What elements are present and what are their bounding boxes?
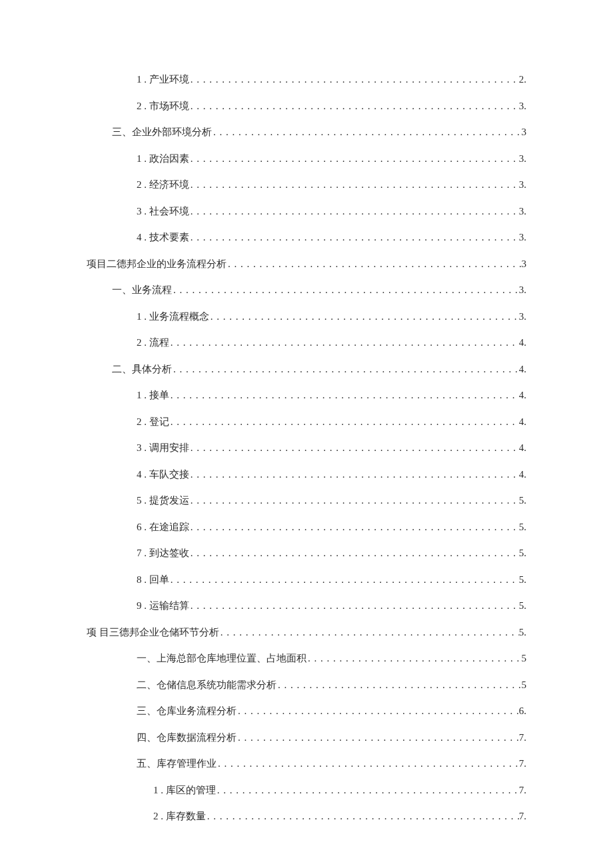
toc-entry: 四、仓库数据流程分析7. [87, 731, 526, 743]
toc-entry-page: 4. [519, 468, 526, 480]
toc-entry: 9 . 运输结算5. [87, 600, 526, 612]
toc-entry-page: 3. [519, 100, 526, 112]
toc-entry-label: 3 . 调用安排 [137, 442, 189, 454]
toc-entry: 1 . 库区的管理7. [87, 784, 526, 796]
toc-entry: 4 . 技术要素3. [87, 231, 526, 243]
toc-entry: 2 . 库存数量7. [87, 810, 526, 822]
toc-entry-label: 2 . 经济环境 [137, 179, 189, 191]
toc-leader-dots [189, 547, 519, 559]
toc-leader-dots [217, 757, 519, 769]
toc-entry-label: 7 . 到达签收 [137, 547, 189, 559]
toc-entry: 1 . 政治因素3. [87, 153, 526, 165]
toc-leader-dots [169, 336, 519, 348]
toc-entry: 4 . 车队交接4. [87, 468, 526, 480]
toc-entry: 二、仓储信息系统功能需求分析5 [87, 679, 526, 691]
toc-entry-page: 7. [519, 810, 526, 822]
toc-entry-label: 项 目三德邦企业仓储环节分析 [87, 626, 219, 638]
toc-leader-dots [237, 731, 519, 743]
toc-entry: 项目二德邦企业的业务流程分析3 [87, 258, 526, 270]
toc-entry-page: 5. [519, 626, 526, 638]
toc-leader-dots [277, 679, 522, 691]
toc-entry-label: 项目二德邦企业的业务流程分析 [87, 258, 227, 270]
toc-entry-page: 4. [519, 336, 526, 348]
toc-leader-dots [172, 284, 519, 296]
toc-entry-label: 三、仓库业务流程分析 [137, 705, 237, 717]
toc-entry-page: 3. [519, 153, 526, 165]
toc-leader-dots [216, 784, 519, 796]
toc-entry-label: 二、仓储信息系统功能需求分析 [137, 679, 277, 691]
toc-leader-dots [169, 416, 519, 428]
toc-leader-dots [189, 468, 519, 480]
toc-entry-page: 3. [519, 284, 526, 296]
toc-entry-page: 3. [519, 310, 526, 322]
toc-entry-label: 1 . 业务流程概念 [137, 310, 209, 322]
toc-leader-dots [189, 521, 519, 533]
toc-entry-label: 2 . 市场环境 [137, 100, 189, 112]
toc-entry-label: 9 . 运输结算 [137, 600, 189, 612]
toc-entry-page: 3 [522, 258, 527, 270]
toc-entry-page: 3. [519, 205, 526, 217]
toc-entry: 二、具体分析4. [87, 363, 526, 375]
toc-leader-dots [306, 652, 522, 664]
toc-leader-dots [206, 810, 519, 822]
toc-entry-label: 4 . 技术要素 [137, 231, 189, 243]
toc-entry: 一、上海总部仓库地理位置、占地面积5 [87, 652, 526, 664]
toc-entry-label: 2 . 流程 [137, 336, 169, 348]
toc-entry-label: 一、上海总部仓库地理位置、占地面积 [137, 652, 306, 664]
toc-entry-page: 4. [519, 442, 526, 454]
toc-leader-dots [189, 494, 519, 506]
toc-entry: 1 . 产业环境2. [87, 73, 526, 85]
toc-entry-page: 4. [519, 389, 526, 401]
toc-entry-page: 3 [522, 126, 527, 138]
toc-entry: 1 . 接单4. [87, 389, 526, 401]
toc-leader-dots [189, 153, 519, 165]
toc-entry-label: 四、仓库数据流程分析 [137, 731, 237, 743]
toc-leader-dots [209, 310, 519, 322]
toc-entry-page: 5. [519, 574, 526, 586]
toc-entry-label: 2 . 库存数量 [153, 810, 206, 822]
toc-entry: 一、业务流程3. [87, 284, 526, 296]
toc-entry: 项 目三德邦企业仓储环节分析5. [87, 626, 526, 638]
toc-entry-label: 5 . 提货发运 [137, 494, 189, 506]
toc-entry-page: 5. [519, 547, 526, 559]
toc-leader-dots [189, 73, 519, 85]
toc-entry-page: 5. [519, 600, 526, 612]
toc-leader-dots [172, 363, 519, 375]
toc-entry-label: 1 . 接单 [137, 389, 169, 401]
toc-entry: 3 . 调用安排4. [87, 442, 526, 454]
toc-leader-dots [189, 179, 519, 191]
toc-entry-label: 三、企业外部环境分析 [112, 126, 212, 138]
toc-leader-dots [189, 205, 519, 217]
toc-entry-page: 5 [522, 679, 527, 691]
toc-entry: 三、仓库业务流程分析6. [87, 705, 526, 717]
table-of-contents: 1 . 产业环境2.2 . 市场环境3.三、企业外部环境分析31 . 政治因素3… [87, 73, 526, 837]
toc-entry: 3 . 社会环境3. [87, 205, 526, 217]
toc-entry-page: 4. [519, 363, 526, 375]
toc-leader-dots [169, 574, 519, 586]
toc-entry-page: 3. [519, 231, 526, 243]
toc-entry: 2 . 登记4. [87, 416, 526, 428]
toc-entry: 8 . 回单5. [87, 574, 526, 586]
toc-entry-label: 二、具体分析 [112, 363, 172, 375]
toc-leader-dots [189, 600, 519, 612]
toc-entry-page: 6. [519, 705, 526, 717]
toc-entry-page: 3. [519, 179, 526, 191]
toc-entry: 五、库存管理作业7. [87, 757, 526, 769]
toc-entry-label: 8 . 回单 [137, 574, 169, 586]
toc-entry-label: 1 . 产业环境 [137, 73, 189, 85]
toc-leader-dots [189, 231, 519, 243]
toc-entry-page: 4. [519, 416, 526, 428]
toc-entry-label: 1 . 库区的管理 [153, 784, 216, 796]
toc-leader-dots [169, 389, 519, 401]
toc-leader-dots [189, 442, 519, 454]
toc-entry: 2 . 市场环境3. [87, 100, 526, 112]
toc-entry-label: 3 . 社会环境 [137, 205, 189, 217]
toc-entry-page: 5. [519, 494, 526, 506]
toc-entry: 1 . 业务流程概念3. [87, 310, 526, 322]
toc-entry-page: 7. [519, 784, 526, 796]
toc-entry: 2 . 流程4. [87, 336, 526, 348]
toc-entry-label: 2 . 登记 [137, 416, 169, 428]
toc-entry: 2 . 经济环境3. [87, 179, 526, 191]
toc-entry: 三、企业外部环境分析3 [87, 126, 526, 138]
toc-entry-page: 5. [519, 521, 526, 533]
